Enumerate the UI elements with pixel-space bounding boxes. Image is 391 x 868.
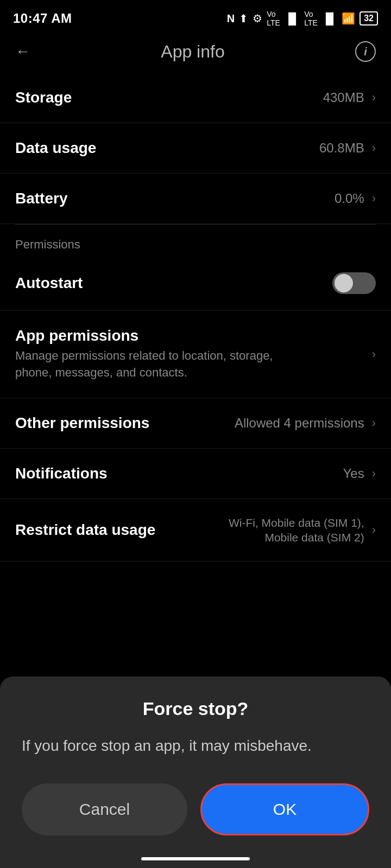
other-permissions-value: Allowed 4 permissions xyxy=(235,416,364,431)
app-permissions-sublabel: Manage permissions related to location, … xyxy=(15,348,287,381)
upload-icon: ⬆ xyxy=(239,12,248,25)
page-title: App info xyxy=(161,42,224,62)
restrict-data-row[interactable]: Restrict data usage Wi-Fi, Mobile data (… xyxy=(0,499,391,562)
restrict-data-value: Wi-Fi, Mobile data (SIM 1), Mobile data … xyxy=(224,515,364,545)
autostart-label: Autostart xyxy=(15,275,332,292)
autostart-toggle[interactable] xyxy=(332,272,376,294)
notifications-label: Notifications xyxy=(15,465,343,482)
modal-title: Force stop? xyxy=(22,698,369,719)
app-permissions-row[interactable]: App permissions Manage permissions relat… xyxy=(0,311,391,398)
status-time: 10:47 AM xyxy=(13,11,72,26)
storage-chevron: › xyxy=(372,91,376,105)
settings-icon: ⚙ xyxy=(253,12,262,25)
autostart-row[interactable]: Autostart xyxy=(0,256,391,311)
top-navigation: ← App info i xyxy=(0,33,391,73)
restrict-data-label: Restrict data usage xyxy=(15,521,224,539)
storage-label: Storage xyxy=(15,89,323,106)
other-permissions-row[interactable]: Other permissions Allowed 4 permissions … xyxy=(0,398,391,449)
app-permissions-chevron: › xyxy=(372,347,376,361)
signal-icon-2: VoLTE xyxy=(304,10,318,27)
notification-icon: N xyxy=(227,12,235,25)
permissions-section-label: Permissions xyxy=(0,225,391,256)
modal-overlay: Force stop? If you force stop an app, it… xyxy=(0,676,391,868)
battery-value: 0.0% xyxy=(335,191,364,206)
battery-indicator: 32 xyxy=(360,11,378,25)
bars-icon-2: ▐▌ xyxy=(322,12,337,25)
notifications-value: Yes xyxy=(343,466,364,481)
modal-buttons: Cancel OK xyxy=(22,783,369,835)
battery-label: Battery xyxy=(15,190,335,207)
data-usage-value: 60.8MB xyxy=(319,141,364,156)
wifi-icon: 📶 xyxy=(342,12,355,25)
autostart-toggle-thumb xyxy=(335,274,353,292)
other-permissions-label: Other permissions xyxy=(15,414,235,432)
app-permissions-label: App permissions xyxy=(15,327,370,344)
bars-icon-1: ▐▌ xyxy=(285,12,300,25)
data-usage-chevron: › xyxy=(372,141,376,155)
status-bar: 10:47 AM N ⬆ ⚙ VoLTE ▐▌ VoLTE ▐▌ 📶 32 xyxy=(0,0,391,33)
signal-icon-1: VoLTE xyxy=(267,10,280,27)
cancel-button[interactable]: Cancel xyxy=(22,783,187,835)
data-usage-row[interactable]: Data usage 60.8MB › xyxy=(0,123,391,174)
info-button[interactable]: i xyxy=(355,41,376,62)
other-permissions-chevron: › xyxy=(372,416,376,430)
battery-chevron: › xyxy=(372,192,376,206)
modal-body: If you force stop an app, it may misbeha… xyxy=(22,735,369,757)
status-icons: N ⬆ ⚙ VoLTE ▐▌ VoLTE ▐▌ 📶 32 xyxy=(227,10,378,27)
home-indicator xyxy=(141,857,250,860)
notifications-row[interactable]: Notifications Yes › xyxy=(0,449,391,499)
storage-row[interactable]: Storage 430MB › xyxy=(0,73,391,123)
battery-row[interactable]: Battery 0.0% › xyxy=(0,174,391,224)
ok-button[interactable]: OK xyxy=(200,783,369,835)
force-stop-modal: Force stop? If you force stop an app, it… xyxy=(0,676,391,868)
back-button[interactable]: ← xyxy=(15,43,30,60)
data-usage-label: Data usage xyxy=(15,139,319,157)
storage-value: 430MB xyxy=(323,90,364,105)
notifications-chevron: › xyxy=(372,467,376,481)
restrict-data-chevron: › xyxy=(372,523,376,537)
